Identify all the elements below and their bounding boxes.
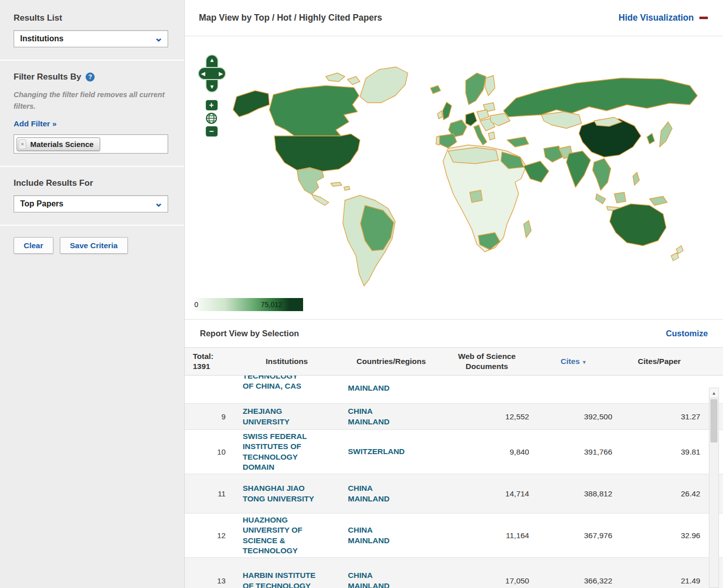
clear-button[interactable]: Clear xyxy=(14,237,53,254)
chevron-down-icon[interactable]: ⌄ xyxy=(150,196,168,212)
table-scrollbar[interactable]: ▲ xyxy=(709,388,719,588)
minus-icon xyxy=(699,17,708,19)
pan-up-icon[interactable]: ▲ xyxy=(209,57,215,63)
country-madagascar[interactable] xyxy=(524,220,531,238)
pan-right-icon[interactable]: ▶ xyxy=(219,71,223,77)
column-header-documents[interactable]: Web of Science Documents xyxy=(442,351,532,372)
pan-left-icon[interactable]: ◀ xyxy=(201,71,205,77)
country-germany[interactable] xyxy=(466,112,477,126)
country-saudi-arabia[interactable] xyxy=(524,161,549,182)
documents-cell: 11,164 xyxy=(442,531,532,540)
country-link[interactable]: CHINA MAINLAND xyxy=(348,406,407,427)
country-nigeria[interactable] xyxy=(470,190,482,202)
country-turkey[interactable] xyxy=(507,137,529,147)
zoom-out-button[interactable]: − xyxy=(205,126,218,137)
country-russia[interactable] xyxy=(503,78,697,117)
country-australia[interactable] xyxy=(610,204,666,246)
globe-icon[interactable] xyxy=(205,112,218,124)
chevron-down-icon[interactable]: ⌄ xyxy=(150,31,168,47)
cites-cell: 388,812 xyxy=(532,489,615,498)
country-japan[interactable] xyxy=(660,122,672,147)
country-arctic-islands[interactable] xyxy=(326,73,345,82)
zoom-in-button[interactable]: + xyxy=(205,100,218,111)
save-criteria-button[interactable]: Save Criteria xyxy=(60,237,128,254)
country-link[interactable]: CHINA MAINLAND xyxy=(348,570,407,588)
country-link[interactable]: CHINA MAINLAND xyxy=(348,483,407,504)
country-kazakhstan[interactable] xyxy=(541,112,582,128)
column-header-cites-per-paper[interactable]: Cites/Paper xyxy=(615,356,703,366)
country-greenland[interactable] xyxy=(360,67,408,103)
country-link[interactable]: MAINLAND xyxy=(348,383,407,393)
total-count: Total: 1391 xyxy=(185,351,233,372)
country-spain[interactable] xyxy=(440,134,457,148)
documents-cell: 9,840 xyxy=(442,448,532,457)
add-filter-link[interactable]: Add Filter » xyxy=(14,119,56,128)
customize-link[interactable]: Customize xyxy=(666,329,708,338)
country-canada[interactable] xyxy=(269,86,359,136)
include-results-selected-value: Top Papers xyxy=(14,199,63,208)
country-alaska[interactable] xyxy=(233,91,269,117)
country-hispaniola[interactable] xyxy=(344,186,350,190)
country-iceland[interactable] xyxy=(430,86,441,94)
table-row: 10 SWISS FEDERAL INSTITUTES OF TECHNOLOG… xyxy=(185,430,723,474)
scrollbar-thumb[interactable] xyxy=(710,399,717,443)
country-new-zealand[interactable] xyxy=(671,253,679,261)
table-row: 9 ZHEJIANG UNIVERSITY CHINA MAINLAND 12,… xyxy=(185,404,723,430)
results-list-dropdown[interactable]: Institutions ⌄ xyxy=(14,30,168,47)
country-poland[interactable] xyxy=(477,110,489,120)
documents-cell: 14,714 xyxy=(442,489,532,498)
country-usa[interactable] xyxy=(274,134,360,171)
column-header-institutions[interactable]: Institutions xyxy=(233,356,341,366)
pan-down-icon[interactable]: ▼ xyxy=(209,84,215,90)
country-finland[interactable] xyxy=(485,76,495,96)
map-pan-control[interactable]: ▲ ▼ ◀ ▶ xyxy=(198,54,226,93)
institution-link[interactable]: HUAZHONG UNIVERSITY OF SCIENCE & TECHNOL… xyxy=(243,515,323,556)
institution-link[interactable]: ZHEJIANG UNIVERSITY xyxy=(243,406,323,427)
country-cell: CHINA MAINLAND xyxy=(341,570,442,588)
country-portugal[interactable] xyxy=(436,136,440,145)
country-mexico[interactable] xyxy=(297,168,324,194)
column-header-countries[interactable]: Countries/Regions xyxy=(341,356,442,366)
institution-link[interactable]: SHANGHAI JIAO TONG UNIVERSITY xyxy=(243,483,323,504)
institution-link[interactable]: HARBIN INSTITUTE OF TECHNOLOGY xyxy=(243,570,323,588)
country-arctic-islands[interactable] xyxy=(347,77,360,85)
country-korea[interactable] xyxy=(647,133,655,144)
country-cell: MAINLAND xyxy=(341,376,442,393)
country-link[interactable]: CHINA MAINLAND xyxy=(348,525,407,546)
country-north-africa[interactable] xyxy=(448,148,498,164)
country-link[interactable]: SWITZERLAND xyxy=(348,447,407,457)
country-greece[interactable] xyxy=(488,132,495,140)
rank-cell: 9 xyxy=(185,412,233,421)
country-southeast-asia[interactable] xyxy=(593,159,611,190)
country-cuba[interactable] xyxy=(331,182,342,186)
institution-link[interactable]: SWISS FEDERAL INSTITUTES OF TECHNOLOGY D… xyxy=(243,431,323,473)
country-philippines[interactable] xyxy=(633,172,639,185)
country-ireland[interactable] xyxy=(438,111,443,119)
filter-tag-materials-science[interactable]: × Materials Science xyxy=(17,137,100,151)
country-scandinavia[interactable] xyxy=(466,73,486,105)
scrollbar-up-icon[interactable]: ▲ xyxy=(709,388,718,398)
country-sumatra[interactable] xyxy=(596,194,606,204)
country-papua-new-guinea[interactable] xyxy=(649,196,667,205)
institution-link[interactable]: TECHNOLOGY OF CHINA, CAS xyxy=(243,376,323,392)
country-central-america[interactable] xyxy=(312,194,329,205)
country-borneo[interactable] xyxy=(614,192,626,203)
cites-per-paper-cell: 31.27 xyxy=(615,412,703,421)
results-list-selected-value: Institutions xyxy=(14,34,63,43)
filter-label: Filter Results By xyxy=(14,72,81,82)
page: Results List Institutions ⌄ Filter Resul… xyxy=(0,0,723,588)
hide-visualization-link[interactable]: Hide Visualization xyxy=(619,13,708,23)
country-india[interactable] xyxy=(566,151,591,187)
cites-per-paper-cell: 26.42 xyxy=(615,489,703,498)
legend-max-value: 75,012 xyxy=(261,301,282,309)
world-map[interactable] xyxy=(194,50,702,302)
country-united-kingdom[interactable] xyxy=(443,102,452,120)
country-cell: CHINA MAINLAND xyxy=(341,406,442,427)
table-header-row: Total: 1391 Institutions Countries/Regio… xyxy=(185,347,723,376)
help-icon[interactable]: ? xyxy=(86,72,95,82)
map-area: ▲ ▼ ◀ ▶ + − 0 75,012 xyxy=(185,36,723,320)
include-results-dropdown[interactable]: Top Papers ⌄ xyxy=(14,195,168,212)
remove-filter-icon[interactable]: × xyxy=(19,139,26,149)
cites-cell: 391,766 xyxy=(532,448,615,457)
column-header-cites-sorted[interactable]: Cites▼ xyxy=(532,356,615,366)
